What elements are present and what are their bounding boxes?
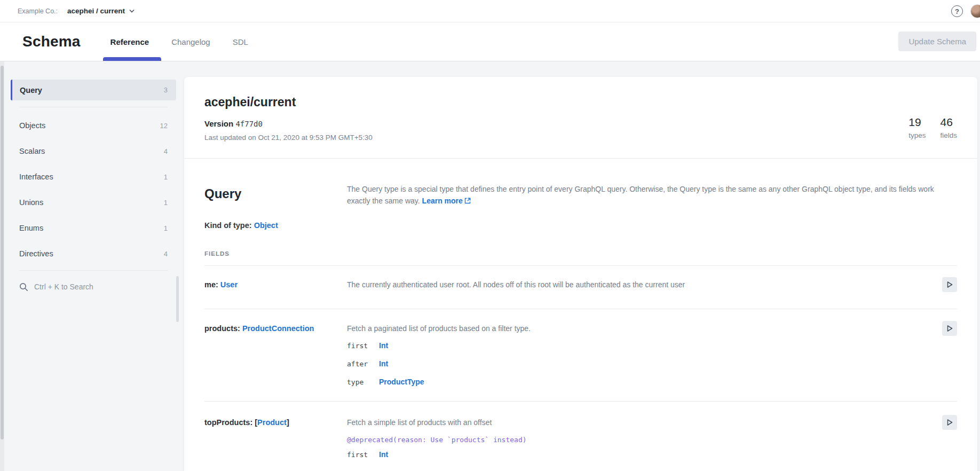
tab-changelog-label: Changelog — [171, 37, 210, 46]
run-query-button[interactable] — [942, 321, 957, 336]
stat-fields-value: 46 — [940, 115, 957, 129]
sidebar-item-objects[interactable]: Objects 12 — [11, 113, 176, 138]
sidebar-item-unions[interactable]: Unions 1 — [11, 190, 176, 215]
sidebar-item-count: 4 — [164, 250, 168, 258]
field-detail: Fetch a simple list of products with an … — [347, 418, 942, 460]
schema-stats: 19 types 46 fields — [908, 115, 957, 142]
sidebar-item-label: Objects — [19, 121, 45, 130]
window-scrollbar-thumb[interactable] — [1, 66, 4, 439]
sidebar-item-count: 1 — [164, 199, 168, 207]
play-icon — [946, 325, 953, 332]
sidebar-item-label: Query — [20, 86, 42, 95]
play-icon — [946, 281, 953, 288]
field-name: topProducts: [Product] — [204, 418, 347, 460]
field-description: The currently authenticated user root. A… — [347, 280, 942, 292]
argument-name: first — [347, 450, 379, 460]
sidebar-item-interfaces[interactable]: Interfaces 1 — [11, 164, 176, 190]
run-query-button[interactable] — [942, 277, 957, 292]
sidebar-item-scalars[interactable]: Scalars 4 — [11, 138, 176, 164]
field-row-top-products: topProducts: [Product] Fetch a simple li… — [204, 402, 957, 471]
tab-sdl-label: SDL — [233, 37, 248, 46]
field-description: Fetch a paginated list of products based… — [347, 324, 942, 333]
last-updated-text: Last updated on Oct 21, 2020 at 9:53 PM … — [204, 132, 957, 143]
field-name: me: User — [204, 280, 347, 292]
tab-bar: Reference Changelog SDL — [99, 22, 259, 61]
schema-card: acephei/current Version 4f77d0 Last upda… — [184, 77, 977, 471]
graph-selector-value: acephei / current — [67, 7, 125, 15]
graph-selector-dropdown[interactable]: acephei / current — [67, 7, 135, 15]
type-name-heading: Query — [204, 186, 347, 207]
sidebar-item-count: 3 — [164, 86, 168, 94]
argument-name: after — [347, 359, 379, 369]
sidebar-item-directives[interactable]: Directives 4 — [11, 241, 176, 266]
argument-row: first Int — [347, 341, 942, 351]
update-schema-button[interactable]: Update Schema — [898, 32, 976, 51]
kind-of-type-link[interactable]: Object — [254, 221, 278, 230]
version-label: Version — [204, 119, 233, 128]
tab-reference[interactable]: Reference — [99, 22, 161, 61]
field-arguments: first Int after Int type ProductType — [347, 341, 942, 387]
external-link-icon — [464, 198, 471, 204]
play-icon — [946, 419, 953, 426]
page-title: Schema — [22, 33, 81, 50]
version-row: Version 4f77d0 — [204, 119, 957, 129]
search-placeholder: Ctrl + K to Search — [34, 282, 93, 291]
argument-row: after Int — [347, 359, 942, 369]
page-header: Schema Reference Changelog SDL Update Sc… — [0, 22, 980, 61]
deprecated-annotation: @deprecated(reason: Use `products` inste… — [347, 435, 942, 445]
help-icon[interactable]: ? — [951, 5, 963, 17]
field-type-link[interactable]: Product — [257, 418, 287, 427]
stat-types: 19 types — [908, 115, 926, 142]
field-type-link[interactable]: ProductConnection — [242, 324, 314, 333]
field-detail: Fetch a paginated list of products based… — [347, 324, 942, 387]
search-icon — [19, 282, 28, 292]
sidebar-item-enums[interactable]: Enums 1 — [11, 215, 176, 241]
search-input[interactable]: Ctrl + K to Search — [11, 275, 176, 299]
field-row-products: products: ProductConnection Fetch a pagi… — [204, 309, 957, 402]
stat-fields: 46 fields — [940, 115, 957, 142]
window-scrollbar-track — [0, 61, 4, 471]
argument-row: type ProductType — [347, 377, 942, 387]
learn-more-link[interactable]: Learn more — [422, 197, 471, 205]
user-avatar[interactable] — [970, 4, 980, 18]
sidebar-divider — [19, 107, 168, 107]
topbar-actions: ? — [951, 0, 976, 22]
field-name: products: ProductConnection — [204, 324, 347, 387]
app-window: Example Co.: acephei / current ? Schema … — [0, 0, 980, 471]
learn-more-label: Learn more — [422, 197, 463, 205]
tab-sdl[interactable]: SDL — [222, 22, 259, 61]
version-hash: 4f77d0 — [235, 120, 263, 128]
argument-type-link[interactable]: ProductType — [379, 377, 424, 387]
sidebar-item-count: 1 — [164, 224, 168, 232]
fields-section-label: FIELDS — [204, 250, 957, 257]
org-label: Example Co.: — [18, 7, 58, 15]
argument-type-link[interactable]: Int — [379, 341, 388, 350]
sidebar-item-count: 4 — [164, 147, 168, 155]
argument-type-link[interactable]: Int — [379, 450, 388, 459]
sidebar-scrollbar-thumb[interactable] — [176, 276, 179, 322]
kind-of-type-label: Kind of type: — [204, 221, 252, 230]
sidebar-item-count: 1 — [164, 173, 168, 181]
top-bar: Example Co.: acephei / current ? — [0, 0, 980, 22]
run-query-button[interactable] — [942, 415, 957, 430]
type-reference-body: Query The Query type is a special type t… — [184, 159, 977, 471]
stat-types-label: types — [908, 129, 926, 142]
content-area: Query 3 Objects 12 Scalars 4 Interfaces … — [0, 61, 980, 471]
graph-title: acephei/current — [204, 94, 957, 110]
field-row-me: me: User The currently authenticated use… — [204, 266, 957, 309]
tab-reference-label: Reference — [110, 37, 149, 46]
sidebar-item-count: 12 — [160, 122, 168, 130]
tab-changelog[interactable]: Changelog — [160, 22, 222, 61]
field-name-text: products: — [204, 324, 240, 333]
active-tab-indicator — [103, 57, 162, 61]
type-suffix: ] — [287, 418, 289, 427]
sidebar-item-label: Unions — [19, 198, 43, 207]
type-header-row: Query The Query type is a special type t… — [204, 159, 957, 207]
type-description: The Query type is a special type that de… — [347, 184, 957, 207]
stat-types-value: 19 — [908, 115, 926, 129]
argument-type-link[interactable]: Int — [379, 359, 388, 368]
sidebar-item-label: Directives — [19, 249, 53, 258]
sidebar-item-query[interactable]: Query 3 — [11, 80, 176, 100]
field-description: Fetch a simple list of products with an … — [347, 418, 942, 427]
field-type-link[interactable]: User — [220, 280, 238, 289]
